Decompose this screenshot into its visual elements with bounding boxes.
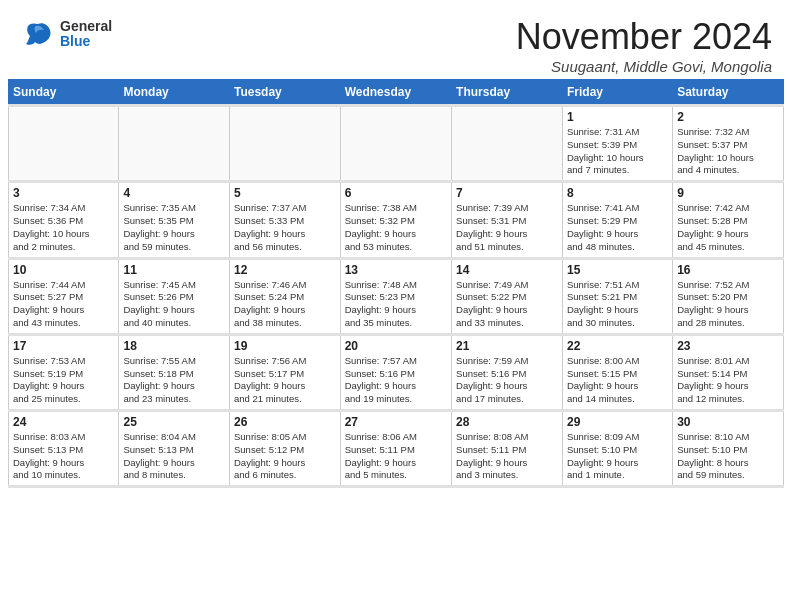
calendar-cell xyxy=(230,106,341,182)
col-monday: Monday xyxy=(119,80,230,106)
day-number: 9 xyxy=(677,186,779,200)
calendar-cell xyxy=(452,106,563,182)
day-info: Sunrise: 7:39 AM Sunset: 5:31 PM Dayligh… xyxy=(456,202,558,253)
day-number: 11 xyxy=(123,263,225,277)
day-number: 19 xyxy=(234,339,336,353)
day-number: 26 xyxy=(234,415,336,429)
logo-general: General xyxy=(60,18,112,34)
day-number: 24 xyxy=(13,415,114,429)
day-info: Sunrise: 7:44 AM Sunset: 5:27 PM Dayligh… xyxy=(13,279,114,330)
day-number: 3 xyxy=(13,186,114,200)
calendar-cell: 9Sunrise: 7:42 AM Sunset: 5:28 PM Daylig… xyxy=(673,182,784,258)
day-number: 6 xyxy=(345,186,447,200)
calendar-week-4: 24Sunrise: 8:03 AM Sunset: 5:13 PM Dayli… xyxy=(9,411,784,487)
day-info: Sunrise: 7:48 AM Sunset: 5:23 PM Dayligh… xyxy=(345,279,447,330)
calendar-week-3: 17Sunrise: 7:53 AM Sunset: 5:19 PM Dayli… xyxy=(9,334,784,410)
col-tuesday: Tuesday xyxy=(230,80,341,106)
calendar-cell: 17Sunrise: 7:53 AM Sunset: 5:19 PM Dayli… xyxy=(9,334,119,410)
calendar-cell: 5Sunrise: 7:37 AM Sunset: 5:33 PM Daylig… xyxy=(230,182,341,258)
calendar-cell: 27Sunrise: 8:06 AM Sunset: 5:11 PM Dayli… xyxy=(340,411,451,487)
calendar-week-1: 3Sunrise: 7:34 AM Sunset: 5:36 PM Daylig… xyxy=(9,182,784,258)
day-info: Sunrise: 7:35 AM Sunset: 5:35 PM Dayligh… xyxy=(123,202,225,253)
day-number: 5 xyxy=(234,186,336,200)
calendar-cell: 7Sunrise: 7:39 AM Sunset: 5:31 PM Daylig… xyxy=(452,182,563,258)
calendar-cell: 24Sunrise: 8:03 AM Sunset: 5:13 PM Dayli… xyxy=(9,411,119,487)
day-info: Sunrise: 8:03 AM Sunset: 5:13 PM Dayligh… xyxy=(13,431,114,482)
calendar-cell: 11Sunrise: 7:45 AM Sunset: 5:26 PM Dayli… xyxy=(119,258,230,334)
day-number: 22 xyxy=(567,339,668,353)
col-friday: Friday xyxy=(562,80,672,106)
col-sunday: Sunday xyxy=(9,80,119,106)
col-thursday: Thursday xyxy=(452,80,563,106)
day-info: Sunrise: 7:46 AM Sunset: 5:24 PM Dayligh… xyxy=(234,279,336,330)
day-number: 18 xyxy=(123,339,225,353)
calendar-week-2: 10Sunrise: 7:44 AM Sunset: 5:27 PM Dayli… xyxy=(9,258,784,334)
day-info: Sunrise: 7:59 AM Sunset: 5:16 PM Dayligh… xyxy=(456,355,558,406)
calendar-week-0: 1Sunrise: 7:31 AM Sunset: 5:39 PM Daylig… xyxy=(9,106,784,182)
day-number: 27 xyxy=(345,415,447,429)
calendar-cell: 26Sunrise: 8:05 AM Sunset: 5:12 PM Dayli… xyxy=(230,411,341,487)
calendar-cell: 6Sunrise: 7:38 AM Sunset: 5:32 PM Daylig… xyxy=(340,182,451,258)
day-info: Sunrise: 8:10 AM Sunset: 5:10 PM Dayligh… xyxy=(677,431,779,482)
day-number: 23 xyxy=(677,339,779,353)
day-number: 13 xyxy=(345,263,447,277)
calendar-cell: 19Sunrise: 7:56 AM Sunset: 5:17 PM Dayli… xyxy=(230,334,341,410)
day-number: 28 xyxy=(456,415,558,429)
day-number: 7 xyxy=(456,186,558,200)
header-row: Sunday Monday Tuesday Wednesday Thursday… xyxy=(9,80,784,106)
day-info: Sunrise: 7:41 AM Sunset: 5:29 PM Dayligh… xyxy=(567,202,668,253)
calendar-cell: 28Sunrise: 8:08 AM Sunset: 5:11 PM Dayli… xyxy=(452,411,563,487)
day-info: Sunrise: 7:56 AM Sunset: 5:17 PM Dayligh… xyxy=(234,355,336,406)
day-info: Sunrise: 7:42 AM Sunset: 5:28 PM Dayligh… xyxy=(677,202,779,253)
day-number: 20 xyxy=(345,339,447,353)
day-info: Sunrise: 7:55 AM Sunset: 5:18 PM Dayligh… xyxy=(123,355,225,406)
page-header: General Blue November 2024 Suugaant, Mid… xyxy=(0,0,792,79)
day-number: 14 xyxy=(456,263,558,277)
day-number: 16 xyxy=(677,263,779,277)
day-number: 1 xyxy=(567,110,668,124)
day-number: 10 xyxy=(13,263,114,277)
logo: General Blue xyxy=(20,16,112,52)
calendar-cell: 15Sunrise: 7:51 AM Sunset: 5:21 PM Dayli… xyxy=(562,258,672,334)
calendar-cell: 4Sunrise: 7:35 AM Sunset: 5:35 PM Daylig… xyxy=(119,182,230,258)
day-info: Sunrise: 8:08 AM Sunset: 5:11 PM Dayligh… xyxy=(456,431,558,482)
day-number: 4 xyxy=(123,186,225,200)
calendar-cell: 21Sunrise: 7:59 AM Sunset: 5:16 PM Dayli… xyxy=(452,334,563,410)
calendar-cell: 30Sunrise: 8:10 AM Sunset: 5:10 PM Dayli… xyxy=(673,411,784,487)
calendar-cell xyxy=(340,106,451,182)
calendar-cell xyxy=(9,106,119,182)
calendar-cell xyxy=(119,106,230,182)
day-info: Sunrise: 7:53 AM Sunset: 5:19 PM Dayligh… xyxy=(13,355,114,406)
day-info: Sunrise: 7:51 AM Sunset: 5:21 PM Dayligh… xyxy=(567,279,668,330)
day-number: 29 xyxy=(567,415,668,429)
day-info: Sunrise: 8:06 AM Sunset: 5:11 PM Dayligh… xyxy=(345,431,447,482)
day-info: Sunrise: 7:31 AM Sunset: 5:39 PM Dayligh… xyxy=(567,126,668,177)
day-number: 25 xyxy=(123,415,225,429)
day-number: 2 xyxy=(677,110,779,124)
calendar-cell: 23Sunrise: 8:01 AM Sunset: 5:14 PM Dayli… xyxy=(673,334,784,410)
calendar-container: Sunday Monday Tuesday Wednesday Thursday… xyxy=(0,79,792,496)
calendar-cell: 29Sunrise: 8:09 AM Sunset: 5:10 PM Dayli… xyxy=(562,411,672,487)
day-info: Sunrise: 7:32 AM Sunset: 5:37 PM Dayligh… xyxy=(677,126,779,177)
day-info: Sunrise: 7:45 AM Sunset: 5:26 PM Dayligh… xyxy=(123,279,225,330)
calendar-cell: 10Sunrise: 7:44 AM Sunset: 5:27 PM Dayli… xyxy=(9,258,119,334)
calendar-cell: 13Sunrise: 7:48 AM Sunset: 5:23 PM Dayli… xyxy=(340,258,451,334)
day-number: 15 xyxy=(567,263,668,277)
day-info: Sunrise: 8:05 AM Sunset: 5:12 PM Dayligh… xyxy=(234,431,336,482)
logo-blue: Blue xyxy=(60,33,90,49)
day-info: Sunrise: 7:52 AM Sunset: 5:20 PM Dayligh… xyxy=(677,279,779,330)
day-info: Sunrise: 8:04 AM Sunset: 5:13 PM Dayligh… xyxy=(123,431,225,482)
day-info: Sunrise: 8:00 AM Sunset: 5:15 PM Dayligh… xyxy=(567,355,668,406)
calendar-body: 1Sunrise: 7:31 AM Sunset: 5:39 PM Daylig… xyxy=(9,106,784,487)
day-info: Sunrise: 7:38 AM Sunset: 5:32 PM Dayligh… xyxy=(345,202,447,253)
calendar-header: Sunday Monday Tuesday Wednesday Thursday… xyxy=(9,80,784,106)
day-number: 30 xyxy=(677,415,779,429)
calendar-cell: 14Sunrise: 7:49 AM Sunset: 5:22 PM Dayli… xyxy=(452,258,563,334)
day-number: 12 xyxy=(234,263,336,277)
logo-bird-icon xyxy=(20,16,56,52)
calendar-cell: 8Sunrise: 7:41 AM Sunset: 5:29 PM Daylig… xyxy=(562,182,672,258)
calendar-cell: 1Sunrise: 7:31 AM Sunset: 5:39 PM Daylig… xyxy=(562,106,672,182)
calendar-cell: 20Sunrise: 7:57 AM Sunset: 5:16 PM Dayli… xyxy=(340,334,451,410)
calendar-cell: 16Sunrise: 7:52 AM Sunset: 5:20 PM Dayli… xyxy=(673,258,784,334)
day-number: 8 xyxy=(567,186,668,200)
